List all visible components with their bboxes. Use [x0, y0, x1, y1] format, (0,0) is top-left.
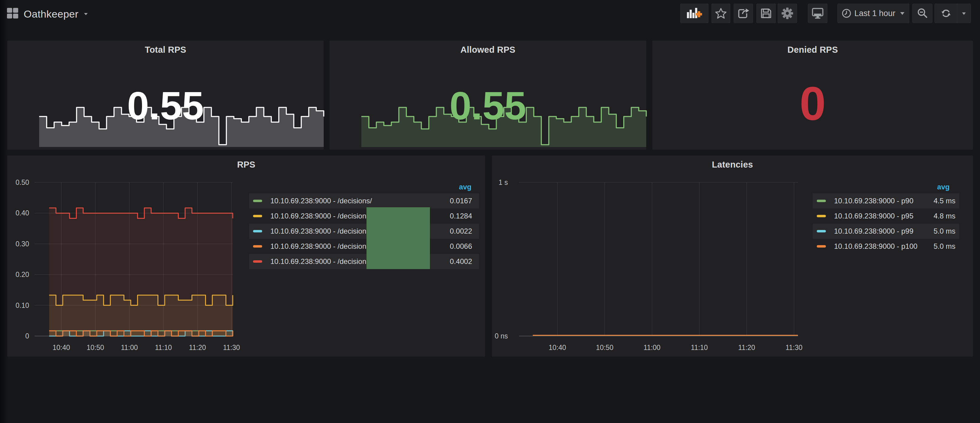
svg-text:11:20: 11:20	[189, 344, 206, 352]
legend-series-avg-value: 4.5 ms	[934, 196, 955, 205]
save-button[interactable]	[756, 4, 776, 23]
svg-text:10:40: 10:40	[52, 344, 70, 352]
svg-text:0: 0	[25, 332, 29, 340]
svg-text:11:10: 11:10	[155, 344, 172, 352]
time-range-label: Last 1 hour	[854, 9, 895, 18]
legend-row: 10.10.69.238:9000 - p995.0 ms	[813, 223, 959, 239]
refresh-icon	[941, 8, 951, 19]
cycle-view-button[interactable]	[808, 4, 827, 23]
refresh-button[interactable]	[935, 4, 957, 23]
zoom-out-button[interactable]	[912, 4, 932, 23]
legend-series-label[interactable]: 10.10.69.238:9000 - /decisions/	[270, 242, 372, 250]
legend-avg-header[interactable]: avg	[459, 183, 471, 191]
rps-legend-table: 10.10.69.238:9000 - /decisions/0.016710.…	[249, 193, 479, 269]
svg-text:11:20: 11:20	[738, 344, 755, 352]
add-panel-icon	[687, 8, 702, 19]
svg-text:0.40: 0.40	[16, 209, 29, 217]
svg-text:10:50: 10:50	[596, 344, 614, 352]
legend-row: 10.10.69.238:9000 - /decisions/0.4002	[249, 254, 479, 269]
stat-value-total: 0.55	[7, 86, 324, 125]
latencies-legend-table: 10.10.69.238:9000 - p904.5 ms10.10.69.23…	[813, 193, 959, 254]
zoom-out-icon	[917, 8, 928, 19]
legend-series-label[interactable]: 10.10.69.238:9000 - /decisions/	[270, 227, 372, 235]
legend-series-avg-value: 5.0 ms	[934, 227, 955, 235]
legend-series-avg-value: 0.0167	[450, 196, 472, 205]
legend-series-label[interactable]: 10.10.69.238:9000 - p100	[834, 242, 918, 250]
refresh-caret-down-icon	[961, 12, 966, 15]
svg-text:0.50: 0.50	[16, 179, 29, 186]
clock-icon	[842, 8, 851, 18]
save-icon	[760, 8, 772, 19]
panel-title[interactable]: Total RPS	[7, 45, 324, 55]
legend-row: 10.10.69.238:9000 - /decisions/0.0022	[249, 223, 479, 239]
svg-text:0.10: 0.10	[16, 301, 29, 309]
legend-series-swatch-icon[interactable]	[253, 245, 262, 247]
refresh-button-group	[934, 4, 971, 23]
panel-allowed-rps: Allowed RPS 0.55	[329, 40, 647, 150]
legend-row: 10.10.69.238:9000 - p954.8 ms	[813, 209, 959, 223]
svg-text:11:30: 11:30	[786, 344, 802, 352]
svg-text:11:00: 11:00	[121, 344, 138, 352]
time-range-picker[interactable]: Last 1 hour	[837, 4, 909, 23]
refresh-interval-dropdown[interactable]	[957, 4, 970, 23]
legend-series-label[interactable]: 10.10.69.238:9000 - p95	[834, 212, 913, 220]
svg-text:11:30: 11:30	[223, 344, 240, 352]
legend-series-swatch-icon[interactable]	[817, 230, 826, 233]
legend-series-label[interactable]: 10.10.69.238:9000 - p90	[834, 196, 913, 205]
stat-value-denied: 0	[652, 80, 973, 127]
svg-text:10:50: 10:50	[86, 344, 104, 352]
panel-total-rps: Total RPS 0.55	[7, 40, 324, 150]
svg-text:1 s: 1 s	[498, 179, 508, 186]
svg-text:0 ns: 0 ns	[495, 332, 508, 340]
legend-series-swatch-icon[interactable]	[817, 200, 826, 202]
legend-series-label[interactable]: 10.10.69.238:9000 - /decisions/	[270, 212, 372, 220]
legend-row: 10.10.69.238:9000 - p904.5 ms	[813, 193, 959, 209]
share-icon	[738, 8, 749, 19]
legend-series-avg-value: 5.0 ms	[934, 242, 955, 250]
legend-series-label[interactable]: 10.10.69.238:9000 - /decisions/	[270, 196, 372, 205]
share-button[interactable]	[733, 4, 753, 23]
panel-title[interactable]: Denied RPS	[652, 45, 973, 55]
star-icon	[715, 8, 727, 19]
dashboard-title[interactable]: Oathkeeper	[24, 8, 79, 20]
svg-text:11:10: 11:10	[691, 344, 708, 352]
legend-series-swatch-icon[interactable]	[253, 260, 262, 263]
legend-series-swatch-icon[interactable]	[253, 230, 262, 233]
legend-row: 10.10.69.238:9000 - /decisions/0.0167	[249, 193, 479, 209]
panel-latencies-graph: Latencies 10:4010:5011:0011:1011:2011:30…	[492, 155, 973, 357]
green-overlay-rectangle	[366, 207, 430, 269]
legend-series-avg-value: 4.8 ms	[934, 212, 955, 220]
legend-row: 10.10.69.238:9000 - p1005.0 ms	[813, 239, 959, 254]
legend-row: 10.10.69.238:9000 - /decisions/0.1284	[249, 209, 479, 223]
star-button[interactable]	[711, 4, 730, 23]
legend-series-avg-value: 0.0022	[450, 227, 472, 235]
grafana-dashboard: Oathkeeper	[0, 0, 980, 423]
dashboard-dropdown-caret-icon[interactable]	[83, 11, 88, 17]
tv-cycle-icon	[811, 8, 824, 19]
svg-text:0.30: 0.30	[16, 240, 29, 248]
latencies-chart-plot[interactable]: 10:4010:5011:0011:1011:2011:300 ns1 s	[492, 155, 974, 357]
legend-series-swatch-icon[interactable]	[817, 215, 826, 217]
add-panel-button[interactable]	[680, 4, 708, 23]
legend-series-swatch-icon[interactable]	[253, 200, 262, 202]
legend-series-avg-value: 0.4002	[450, 257, 472, 266]
legend-row: 10.10.69.238:9000 - /decisions/0.0066	[249, 239, 479, 254]
legend-series-label[interactable]: 10.10.69.238:9000 - /decisions/	[270, 257, 372, 266]
legend-avg-header[interactable]: avg	[937, 183, 950, 191]
stat-value-allowed: 0.55	[329, 86, 646, 125]
legend-series-avg-value: 0.1284	[450, 212, 472, 220]
panel-title[interactable]: Allowed RPS	[329, 45, 646, 55]
svg-text:11:00: 11:00	[644, 344, 660, 352]
dashboard-grid-icon[interactable]	[7, 8, 19, 20]
panel-denied-rps: Denied RPS 0	[652, 40, 973, 150]
legend-series-label[interactable]: 10.10.69.238:9000 - p99	[834, 227, 913, 235]
svg-text:0.20: 0.20	[16, 271, 29, 279]
legend-series-swatch-icon[interactable]	[817, 245, 826, 247]
navbar: Oathkeeper	[0, 0, 980, 28]
time-caret-down-icon	[900, 11, 905, 15]
dashboard-settings-button[interactable]	[778, 4, 797, 23]
settings-gear-icon	[781, 7, 794, 19]
svg-text:10:40: 10:40	[549, 344, 566, 352]
legend-series-swatch-icon[interactable]	[253, 215, 262, 217]
legend-series-avg-value: 0.0066	[450, 242, 472, 250]
